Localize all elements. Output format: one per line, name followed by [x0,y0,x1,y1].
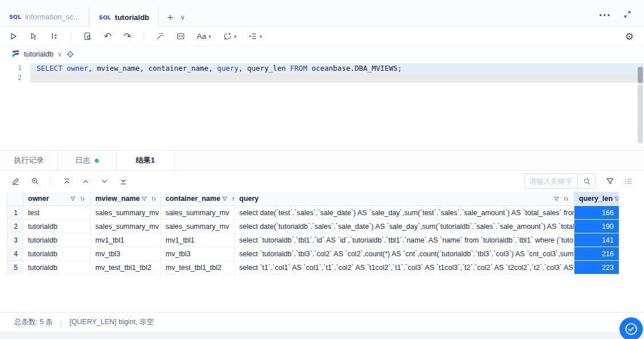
cell-mview_name[interactable]: mv_test_tbl1_tbl2 [91,261,161,274]
jump-last-row-icon[interactable] [119,177,127,185]
cell-container_name[interactable]: mv_tbl3 [161,247,235,260]
scrollbar-thumb[interactable] [638,67,643,83]
cell-owner[interactable]: tutorialdb [23,261,91,274]
log-status-dot [95,159,99,163]
execution-plan-icon[interactable] [50,32,59,41]
execution-detail-icon[interactable] [31,177,39,185]
cell-query_len[interactable]: 141 [574,233,619,247]
table-row[interactable]: 2tutorialdbsales_summary_mvsales_summary… [7,220,618,233]
line-number: 1 [0,63,30,73]
column-settings-icon[interactable] [624,177,633,185]
sort-icon[interactable] [563,196,569,202]
editor-tab-information-sc-[interactable]: SQLinformation_sc... [0,7,89,26]
cell-query[interactable]: select date(`test`.`sales`.`sale_date`) … [235,206,574,219]
search-input[interactable] [524,173,577,189]
text-case-dropdown[interactable]: Aa ▾ [197,32,211,41]
redo-icon[interactable]: ↷ [123,31,131,42]
column-ratio-icon[interactable] [176,32,185,41]
cell-query_len[interactable]: 216 [574,247,619,260]
row-index-cell: 3 [7,233,23,247]
settings-gear-icon[interactable]: ⚙ [625,31,634,42]
table-row[interactable]: 4tutorialdbmv_tbl3mv_tbl3select `tutoria… [7,247,618,261]
cell-query[interactable]: select `t1`.`col1` AS `col1`,`t1`.`col2`… [235,261,574,274]
filter-icon[interactable] [614,196,619,202]
prev-row-icon[interactable] [82,177,90,185]
cell-query[interactable]: select date(`tutorialdb`.`sales`.`sale_d… [235,220,574,233]
fullscreen-icon[interactable] [623,10,631,21]
search-button[interactable] [577,173,596,189]
indent-dropdown[interactable]: ▾ [248,32,262,41]
cell-mview_name[interactable]: sales_summary_mv [91,206,161,219]
tab-list-chevron-icon[interactable]: ∨ [180,14,185,21]
column-header-icons [614,196,619,202]
check-circle-icon [623,321,639,337]
cell-owner[interactable]: tutorialdb [23,247,91,260]
editor-scrollbar[interactable] [638,66,643,149]
code-line: 2 [0,73,644,83]
row-index-cell: 1 [7,206,23,219]
run-selection-icon[interactable] [30,32,38,41]
column-label: owner [28,195,49,203]
table-row[interactable]: 3tutorialdbmv1_tbl1mv1_tbl1select `tutor… [7,233,618,247]
cell-mview_name[interactable]: sales_summary_mv [91,220,161,233]
cell-query[interactable]: select `tutorialdb`.`tbl3`.`col2` AS `co… [235,247,574,260]
edit-result-icon[interactable] [11,177,20,185]
cell-mview_name[interactable]: mv1_tbl1 [91,233,161,247]
filter-icon[interactable] [141,196,147,202]
sql-file-icon: SQL [9,14,21,20]
results-toolbar-right [524,173,633,189]
current-database-name[interactable]: tutorialdb [24,50,53,58]
comment-dropdown[interactable]: ▾ [223,32,237,41]
new-tab-button[interactable]: + [167,13,174,22]
cell-container_name[interactable]: sales_summary_mv [161,206,235,219]
cell-owner[interactable]: tutorialdb [23,233,91,247]
column-header-icons [222,196,235,202]
code-token: owner [67,64,88,72]
locate-database-icon[interactable] [66,50,74,58]
column-header-icons [141,196,157,202]
database-chevron-icon[interactable]: ∨ [57,51,62,58]
check-circle-button[interactable] [619,317,643,339]
sql-check-icon[interactable] [83,32,92,41]
cell-query_len[interactable]: 190 [574,220,619,233]
panel-tab-执行记录[interactable]: 执行记录 [0,151,58,170]
cell-container_name[interactable]: mv1_tbl1 [161,233,235,247]
sql-editor[interactable]: 1SELECT owner, mview_name, container_nam… [0,62,644,150]
format-wand-icon[interactable] [156,32,164,41]
panel-tab-日志[interactable]: 日志 [58,151,116,170]
column-header-mview_name[interactable]: mview_name [91,192,161,205]
filter-icon[interactable] [553,196,560,202]
sort-icon[interactable] [151,196,157,202]
filter-icon[interactable] [222,196,228,202]
results-table: ownermview_namecontainer_namequeryquery_… [7,192,618,275]
cell-owner[interactable]: tutorialdb [23,220,91,233]
cell-owner[interactable]: test [23,206,91,219]
table-row[interactable]: 5tutorialdbmv_test_tbl1_tbl2mv_test_tbl1… [7,261,618,275]
cell-container_name[interactable]: mv_test_tbl1_tbl2 [161,261,235,274]
column-header-query_len[interactable]: query_len [574,192,619,205]
cell-mview_name[interactable]: mv_tbl3 [91,247,161,260]
cell-query_len[interactable]: 166 [574,206,619,219]
column-header-container_name[interactable]: container_name [161,192,235,205]
more-icon[interactable]: ··· [599,10,611,21]
column-header-owner[interactable]: owner [23,192,91,205]
result-panel-tabs: 执行记录日志结果1 [0,150,644,171]
filter-icon[interactable] [70,196,76,202]
jump-first-row-icon[interactable] [63,177,71,185]
cell-query[interactable]: select `tutorialdb`.`tbl1`.`id` AS `id`,… [235,233,574,247]
column-header-query[interactable]: query [235,192,574,205]
filter-icon[interactable] [606,177,614,185]
run-icon[interactable] [9,32,18,41]
caret-down-icon: ▾ [208,34,211,39]
undo-icon[interactable]: ↶ [104,31,111,42]
sql-file-icon: SQL [99,14,111,21]
table-row[interactable]: 1testsales_summary_mvsales_summary_mvsel… [7,206,618,220]
sort-icon[interactable] [79,196,86,202]
column-header-icons [70,196,86,202]
editor-tab-tutorialdb[interactable]: SQLtutorialdb [89,7,159,27]
next-row-icon[interactable] [100,177,108,185]
cell-container_name[interactable]: sales_summary_mv [161,220,235,233]
column-label: mview_name [95,195,140,203]
cell-query_len[interactable]: 223 [574,261,619,274]
panel-tab-结果1[interactable]: 结果1 [116,151,175,170]
